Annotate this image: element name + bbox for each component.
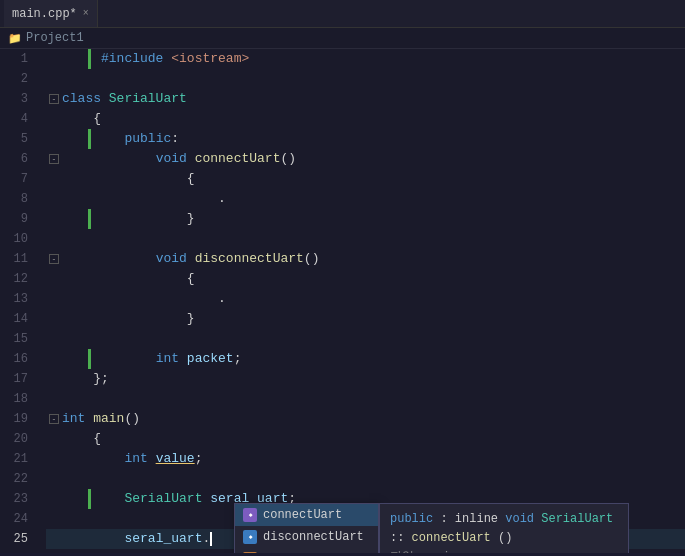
fold-icon-6[interactable]: - [49, 154, 59, 164]
autocomplete-item-packet[interactable]: ◆ packet [235, 548, 378, 553]
title-bar: main.cpp* × [0, 0, 685, 28]
code-line-6: - void connectUart() [46, 149, 685, 169]
line-numbers: 1 2 3 4 5 6 7 8 9 10 11 12 13 14 15 16 1… [0, 49, 42, 553]
fold-icon-3[interactable]: - [49, 94, 59, 104]
tooltip-popup: public : inline void SerialUart :: conne… [379, 503, 629, 553]
code-line-19: - int main() [46, 409, 685, 429]
gutter-11: - [46, 254, 62, 264]
autocomplete-label-disconnectUart: disconnectUart [263, 530, 364, 544]
autocomplete-icon-method: ⬥ [243, 508, 257, 522]
fold-icon-11[interactable]: - [49, 254, 59, 264]
tooltip-signature: public : inline void SerialUart :: conne… [390, 510, 618, 548]
code-line-2 [46, 69, 685, 89]
code-line-10 [46, 229, 685, 249]
code-line-21: int value; [46, 449, 685, 469]
code-line-22 [46, 469, 685, 489]
code-line-11: - void disconnectUart() [46, 249, 685, 269]
code-line-3: - class SerialUart [46, 89, 685, 109]
gutter-3: - [46, 94, 62, 104]
code-line-12: { [46, 269, 685, 289]
autocomplete-item-connectUart[interactable]: ⬥ connectUart [235, 504, 378, 526]
autocomplete-label-packet: packet [263, 552, 306, 553]
code-line-9: } [46, 209, 685, 229]
tab-main-cpp[interactable]: main.cpp* × [4, 0, 98, 27]
code-line-14: } [46, 309, 685, 329]
autocomplete-icon-field: ◆ [243, 552, 257, 553]
tab-label: main.cpp* [12, 7, 77, 21]
fold-icon-19[interactable]: - [49, 414, 59, 424]
code-area[interactable]: #include <iostream> - class SerialUart {… [42, 49, 685, 553]
autocomplete-popup: ⬥ connectUart ⬥ disconnectUart ◆ packet … [234, 503, 379, 553]
code-line-13: . [46, 289, 685, 309]
gutter-19: - [46, 414, 62, 424]
code-line-7: { [46, 169, 685, 189]
code-line-4: { [46, 109, 685, 129]
code-line-16: int packet; [46, 349, 685, 369]
code-line-8: . [46, 189, 685, 209]
tooltip-filepath: 파일: main.cpp [390, 548, 618, 553]
code-line-1: #include <iostream> [46, 49, 685, 69]
breadcrumb-label: Project1 [26, 31, 84, 45]
breadcrumb: 📁 Project1 [0, 28, 685, 49]
code-line-18 [46, 389, 685, 409]
code-line-15 [46, 329, 685, 349]
autocomplete-item-disconnectUart[interactable]: ⬥ disconnectUart [235, 526, 378, 548]
code-line-5: public: [46, 129, 685, 149]
editor: 1 2 3 4 5 6 7 8 9 10 11 12 13 14 15 16 1… [0, 49, 685, 553]
code-line-17: }; [46, 369, 685, 389]
tab-close-button[interactable]: × [83, 8, 89, 19]
autocomplete-label-connectUart: connectUart [263, 508, 342, 522]
folder-icon: 📁 [8, 32, 22, 45]
autocomplete-icon-method2: ⬥ [243, 530, 257, 544]
gutter-6: - [46, 154, 62, 164]
code-line-20: { [46, 429, 685, 449]
